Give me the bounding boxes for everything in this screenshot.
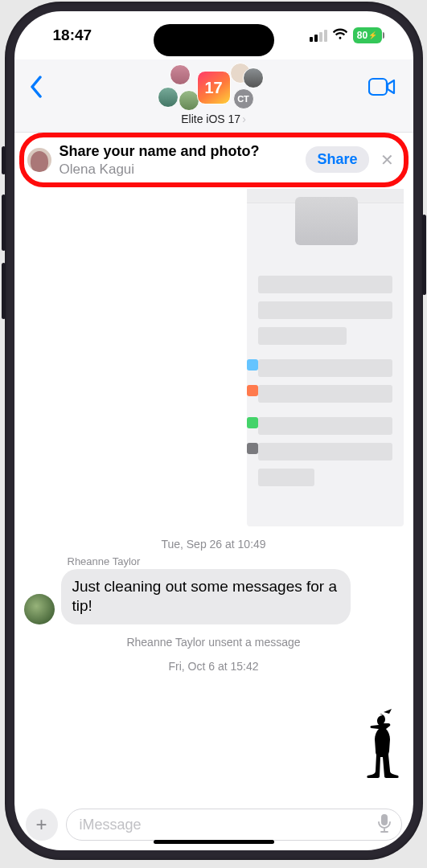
- add-attachment-button[interactable]: +: [26, 809, 58, 841]
- message-list[interactable]: Tue, Sep 26 at 10:49 Rheanne Taylor Just…: [14, 182, 413, 800]
- cellular-signal-icon: [310, 30, 327, 42]
- conversation-title-text: Elite iOS 17: [181, 113, 240, 125]
- message-row: Just cleaning out some messages for a ti…: [24, 569, 404, 624]
- dismiss-banner-button[interactable]: ✕: [377, 150, 397, 170]
- app-badge-number: 17: [204, 79, 222, 97]
- group-avatar: [170, 64, 191, 85]
- phone-volume-down: [2, 263, 6, 319]
- system-message: Rheanne Taylor unsent a message: [24, 636, 404, 649]
- message-input-container[interactable]: [66, 809, 402, 841]
- wifi-icon: [332, 27, 348, 44]
- dictation-button[interactable]: [377, 813, 392, 836]
- screen: 18:47 80⚡: [14, 11, 413, 850]
- phone-volume-up: [2, 194, 6, 251]
- timestamp: Fri, Oct 6 at 15:42: [24, 660, 404, 673]
- conversation-title[interactable]: Elite iOS 17 ›: [14, 113, 413, 125]
- message-bubble[interactable]: Just cleaning out some messages for a ti…: [61, 569, 351, 624]
- phone-side-button: [2, 146, 6, 174]
- phone-power-button: [422, 215, 426, 295]
- timestamp: Tue, Sep 26 at 10:49: [24, 538, 404, 551]
- group-avatar-initials: CT: [233, 88, 254, 109]
- banner-title: Share your name and photo?: [60, 142, 298, 161]
- image-attachment[interactable]: [247, 189, 404, 526]
- battery-percent: 80: [357, 30, 367, 41]
- share-button[interactable]: Share: [306, 146, 368, 173]
- home-indicator[interactable]: [154, 840, 274, 844]
- group-avatar: [158, 87, 179, 108]
- sender-name: Rheanne Taylor: [68, 555, 404, 567]
- chevron-right-icon: ›: [242, 113, 246, 125]
- banner-avatar: [27, 148, 51, 172]
- dynamic-island: [154, 24, 274, 56]
- status-time: 18:47: [53, 27, 92, 44]
- share-name-photo-banner: Share your name and photo? Olena Kagui S…: [23, 137, 405, 182]
- sender-avatar[interactable]: [24, 594, 55, 624]
- group-avatar-main: 17: [197, 71, 231, 104]
- group-avatar: [243, 68, 264, 88]
- sticker-attachment[interactable]: [352, 709, 402, 797]
- message-input[interactable]: [80, 817, 377, 833]
- battery-indicator: 80⚡: [353, 27, 384, 43]
- banner-subtitle: Olena Kagui: [60, 161, 298, 178]
- conversation-header: 17 CT Elite iOS 17 ›: [14, 59, 413, 133]
- group-avatar-cluster[interactable]: 17 CT: [14, 64, 413, 111]
- phone-frame: 18:47 80⚡: [5, 2, 423, 860]
- svg-rect-1: [381, 814, 388, 825]
